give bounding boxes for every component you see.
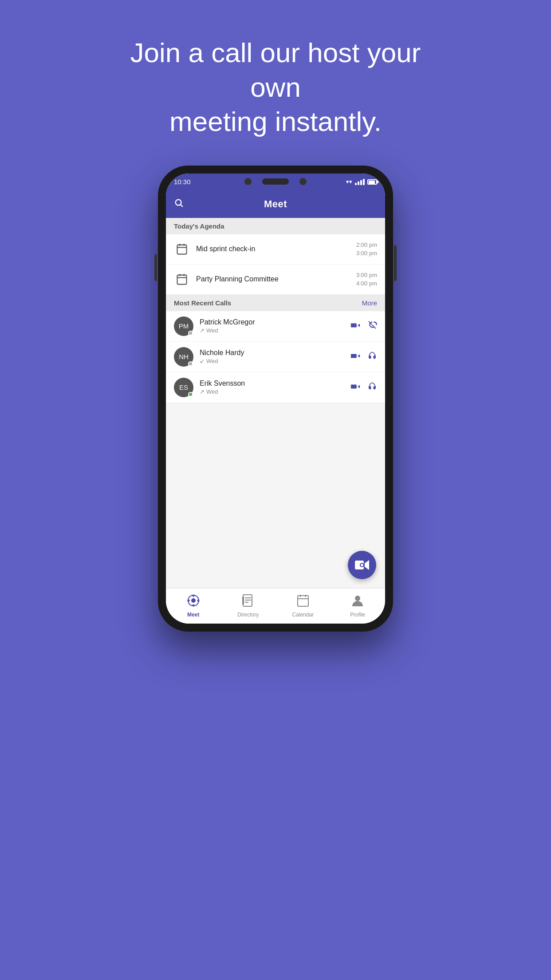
avatar-0: PM [174, 316, 193, 336]
nav-calendar[interactable]: Calendar [276, 594, 331, 618]
search-button[interactable] [174, 198, 184, 210]
agenda-item-2-time: 3:00 pm 4:00 pm [356, 271, 377, 288]
contact-name-0: Patrick McGregor [200, 318, 344, 326]
agenda-item-2-end: 4:00 pm [356, 279, 377, 288]
agenda-item-2-content: Party Planning Committee [196, 275, 350, 283]
video-call-btn-2[interactable] [350, 382, 360, 393]
agenda-item-1[interactable]: Mid sprint check-in 2:00 pm 3:00 pm [166, 234, 385, 265]
call-actions-1 [350, 351, 377, 363]
direction-arrow-2: ↗ [200, 388, 205, 395]
svg-rect-25 [242, 597, 244, 605]
hero-line1: Join a call our host your own [130, 37, 421, 103]
avatar-0-initials: PM [179, 322, 189, 330]
agenda-section-header: Today's Agenda [166, 218, 385, 234]
sensor [299, 178, 307, 185]
contact-name-2: Erik Svensson [200, 379, 344, 387]
meet-nav-label: Meet [187, 612, 199, 618]
contact-item-2[interactable]: ES Erik Svensson ↗ Wed [166, 372, 385, 403]
contact-info-0: Patrick McGregor ↗ Wed [200, 318, 344, 334]
profile-nav-icon [352, 594, 363, 610]
nav-profile[interactable]: Profile [331, 594, 386, 618]
contact-sub-0: ↗ Wed [200, 327, 344, 334]
agenda-item-1-content: Mid sprint check-in [196, 245, 350, 253]
contact-day-2: Wed [206, 388, 218, 395]
phone-screen: 10:30 ▾▾ [166, 174, 385, 624]
calendar-nav-icon [297, 594, 309, 610]
recent-calls-label: Most Recent Calls [174, 299, 231, 307]
meet-nav-icon [187, 594, 200, 610]
status-time: 10:30 [174, 178, 191, 186]
status-dot-0 [188, 331, 193, 336]
empty-content-area [166, 403, 385, 588]
recent-calls-section-header: Most Recent Calls More [166, 295, 385, 311]
svg-point-19 [187, 599, 189, 601]
audio-call-btn-2[interactable] [367, 382, 377, 393]
audio-call-btn-0[interactable] [367, 320, 377, 332]
calendar-nav-label: Calendar [292, 612, 314, 618]
volume-button [154, 254, 157, 281]
svg-rect-6 [177, 275, 187, 285]
avatar-2-initials: ES [179, 383, 188, 391]
phone-device: 10:30 ▾▾ [158, 166, 393, 632]
contact-info-1: Nichole Hardy ↙ Wed [200, 349, 344, 364]
agenda-item-1-title: Mid sprint check-in [196, 245, 350, 253]
calendar-icon-1 [174, 241, 190, 257]
video-call-btn-1[interactable] [350, 351, 360, 363]
svg-point-18 [192, 604, 194, 606]
directory-nav-icon [242, 594, 254, 610]
contact-item-0[interactable]: PM Patrick McGregor ↗ Wed [166, 311, 385, 342]
phone-top-hardware [244, 178, 307, 185]
bottom-navigation: Meet Directory [166, 588, 385, 624]
contact-day-1: Wed [206, 358, 218, 364]
contact-sub-2: ↗ Wed [200, 388, 344, 395]
nav-directory[interactable]: Directory [221, 594, 276, 618]
call-actions-0 [350, 320, 377, 332]
status-icons: ▾▾ [346, 178, 377, 185]
app-bar: Meet [166, 190, 385, 218]
more-link[interactable]: More [362, 299, 377, 307]
wifi-icon: ▾▾ [346, 178, 352, 185]
video-call-btn-0[interactable] [350, 320, 360, 332]
svg-line-1 [181, 205, 182, 206]
agenda-item-2-start: 3:00 pm [356, 271, 377, 280]
agenda-item-1-time: 2:00 pm 3:00 pm [356, 241, 377, 258]
contact-item-1[interactable]: NH Nichole Hardy ↙ Wed [166, 342, 385, 372]
agenda-item-1-end: 3:00 pm [356, 249, 377, 258]
status-dot-2 [188, 392, 193, 397]
svg-rect-14 [361, 565, 363, 565]
agenda-item-2[interactable]: Party Planning Committee 3:00 pm 4:00 pm [166, 265, 385, 295]
signal-icon [355, 179, 365, 185]
app-bar-title: Meet [184, 198, 367, 210]
audio-call-btn-1[interactable] [367, 351, 377, 363]
svg-point-30 [355, 596, 360, 601]
nav-meet[interactable]: Meet [166, 594, 221, 618]
svg-rect-2 [177, 245, 187, 254]
hero-line2: meeting instantly. [169, 106, 382, 137]
agenda-item-2-title: Party Planning Committee [196, 275, 350, 283]
directory-nav-label: Directory [237, 612, 259, 618]
battery-icon [367, 179, 377, 185]
profile-nav-label: Profile [350, 612, 365, 618]
svg-rect-26 [298, 596, 308, 606]
avatar-2: ES [174, 378, 193, 397]
contact-name-1: Nichole Hardy [200, 349, 344, 357]
agenda-label: Today's Agenda [174, 222, 224, 230]
direction-arrow-1: ↙ [200, 358, 205, 364]
svg-point-16 [191, 598, 196, 603]
svg-point-17 [192, 594, 194, 597]
contact-sub-1: ↙ Wed [200, 358, 344, 364]
contact-info-2: Erik Svensson ↗ Wed [200, 379, 344, 395]
agenda-item-1-start: 2:00 pm [356, 241, 377, 249]
front-camera [244, 178, 252, 185]
status-dot-1 [188, 361, 193, 366]
main-content: Today's Agenda Mid sprint check-in 2:00 [166, 218, 385, 588]
call-actions-2 [350, 382, 377, 393]
direction-arrow-0: ↗ [200, 327, 205, 334]
calendar-icon-2 [174, 271, 190, 287]
avatar-1-initials: NH [179, 353, 189, 360]
svg-point-20 [197, 599, 199, 601]
avatar-1: NH [174, 347, 193, 367]
speaker-grille [262, 178, 289, 185]
hero-headline: Join a call our host your own meeting in… [120, 36, 431, 139]
new-meeting-fab[interactable] [348, 551, 376, 579]
